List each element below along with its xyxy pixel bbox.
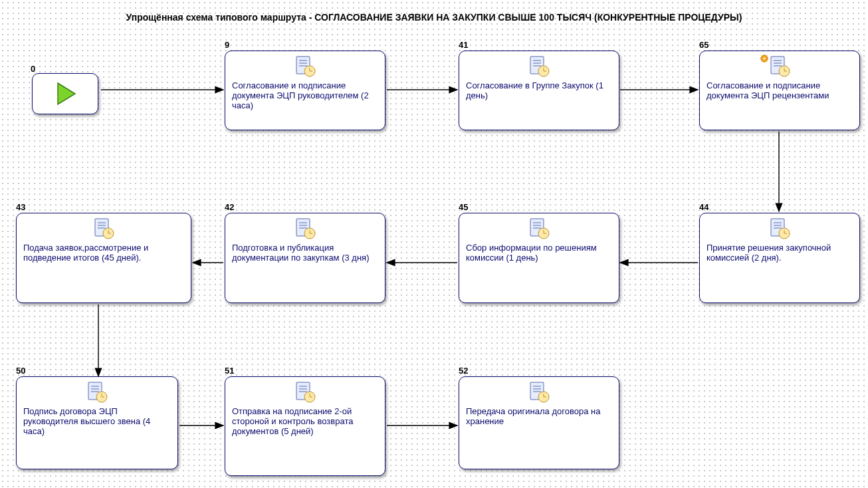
node-id-9: 9 xyxy=(225,40,229,50)
node-text: Согласование и подписание документа ЭЦП … xyxy=(706,80,853,100)
node-id-41: 41 xyxy=(459,40,468,50)
node-43[interactable]: Подача заявок,рассмотрение и подведение … xyxy=(16,213,191,303)
diagram-title: Упрощённая схема типового маршрута - СОГ… xyxy=(0,12,868,23)
document-clock-icon xyxy=(528,381,550,404)
node-text: Подпись договора ЭЦП руководителя высшег… xyxy=(23,406,171,436)
node-text: Согласование и подписание документа ЭЦП … xyxy=(232,80,378,110)
node-id-44: 44 xyxy=(699,202,708,212)
node-text: Принятие решения закупочной комиссией (2… xyxy=(706,243,853,263)
node-id-51: 51 xyxy=(225,366,234,376)
document-clock-icon xyxy=(92,217,115,240)
node-50[interactable]: Подпись договора ЭЦП руководителя высшег… xyxy=(16,376,178,469)
node-text: Согласование в Группе Закупок (1 день) xyxy=(466,80,612,100)
gear-icon xyxy=(760,54,769,63)
document-clock-icon xyxy=(294,55,316,78)
start-node[interactable] xyxy=(32,73,98,114)
node-42[interactable]: Подготовка и публикация документации по … xyxy=(225,213,385,303)
document-clock-icon xyxy=(768,55,791,78)
node-id-43: 43 xyxy=(16,202,25,212)
document-clock-icon xyxy=(528,55,550,78)
node-44[interactable]: Принятие решения закупочной комиссией (2… xyxy=(699,213,860,303)
node-52[interactable]: Передача оригинала договора на хранение xyxy=(459,376,619,469)
svg-marker-0 xyxy=(58,83,75,104)
document-clock-icon xyxy=(86,381,108,404)
node-51[interactable]: Отправка на подписание 2-ой стороной и к… xyxy=(225,376,385,476)
document-clock-icon xyxy=(528,217,550,240)
node-45[interactable]: Сбор информации по решениям комиссии (1 … xyxy=(459,213,619,303)
node-id-45: 45 xyxy=(459,202,468,212)
node-id-65: 65 xyxy=(699,40,708,50)
document-clock-icon xyxy=(768,217,791,240)
node-id-50: 50 xyxy=(16,366,25,376)
document-clock-icon xyxy=(294,381,316,404)
play-icon xyxy=(51,80,79,108)
node-id-42: 42 xyxy=(225,202,234,212)
node-text: Отправка на подписание 2-ой стороной и к… xyxy=(232,406,378,436)
node-id-52: 52 xyxy=(459,366,468,376)
node-65[interactable]: Согласование и подписание документа ЭЦП … xyxy=(699,51,860,130)
node-text: Подача заявок,рассмотрение и подведение … xyxy=(23,243,184,263)
node-text: Сбор информации по решениям комиссии (1 … xyxy=(466,243,612,263)
node-text: Подготовка и публикация документации по … xyxy=(232,243,378,263)
node-id-start: 0 xyxy=(31,64,35,74)
node-9[interactable]: Согласование и подписание документа ЭЦП … xyxy=(225,51,385,130)
svg-point-16 xyxy=(764,58,766,60)
node-41[interactable]: Согласование в Группе Закупок (1 день) xyxy=(459,51,619,130)
document-clock-icon xyxy=(294,217,316,240)
node-text: Передача оригинала договора на хранение xyxy=(466,406,612,426)
